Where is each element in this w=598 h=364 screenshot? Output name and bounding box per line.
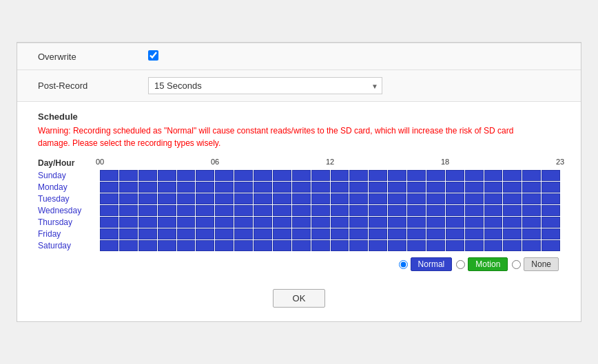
time-cell[interactable] <box>465 193 484 204</box>
time-cell[interactable] <box>215 193 234 204</box>
time-cell[interactable] <box>388 170 406 181</box>
time-cell[interactable] <box>311 217 330 228</box>
time-cell[interactable] <box>311 193 330 204</box>
time-cell[interactable] <box>138 205 157 216</box>
time-cell[interactable] <box>331 217 349 228</box>
time-cell[interactable] <box>196 182 214 193</box>
time-cell[interactable] <box>407 217 426 228</box>
time-cell[interactable] <box>369 217 387 228</box>
time-cell[interactable] <box>100 205 118 216</box>
time-cell[interactable] <box>158 205 176 216</box>
overwrite-checkbox[interactable] <box>148 50 158 61</box>
time-cell[interactable] <box>426 193 445 204</box>
time-cell[interactable] <box>158 217 176 228</box>
time-cell[interactable] <box>138 217 157 228</box>
time-cell[interactable] <box>426 205 445 216</box>
time-cell[interactable] <box>138 228 157 239</box>
time-cell[interactable] <box>119 170 138 181</box>
time-cell[interactable] <box>388 182 406 193</box>
time-cell[interactable] <box>388 240 406 251</box>
time-cell[interactable] <box>196 205 214 216</box>
time-cell[interactable] <box>100 170 118 181</box>
time-cell[interactable] <box>234 182 253 193</box>
time-cell[interactable] <box>522 170 541 181</box>
time-cell[interactable] <box>234 193 253 204</box>
time-cell[interactable] <box>503 240 522 251</box>
none-radio[interactable] <box>512 260 521 269</box>
time-cell[interactable] <box>100 217 118 228</box>
time-cell[interactable] <box>522 182 541 193</box>
time-cell[interactable] <box>484 193 503 204</box>
time-cell[interactable] <box>446 228 464 239</box>
time-cell[interactable] <box>388 228 406 239</box>
time-cell[interactable] <box>331 240 349 251</box>
time-cell[interactable] <box>234 228 253 239</box>
time-cell[interactable] <box>254 217 272 228</box>
time-cell[interactable] <box>119 240 138 251</box>
time-cell[interactable] <box>234 240 253 251</box>
time-cell[interactable] <box>273 217 291 228</box>
time-cell[interactable] <box>388 193 406 204</box>
time-cell[interactable] <box>138 240 157 251</box>
time-cell[interactable] <box>138 170 157 181</box>
time-cell[interactable] <box>542 193 560 204</box>
time-cell[interactable] <box>158 240 176 251</box>
time-cell[interactable] <box>446 217 464 228</box>
time-cell[interactable] <box>331 182 349 193</box>
time-cell[interactable] <box>292 205 311 216</box>
time-cell[interactable] <box>138 193 157 204</box>
ok-button[interactable]: OK <box>273 289 326 308</box>
time-cell[interactable] <box>446 240 464 251</box>
time-cell[interactable] <box>254 228 272 239</box>
time-cell[interactable] <box>465 182 484 193</box>
time-cell[interactable] <box>100 228 118 239</box>
time-cell[interactable] <box>331 228 349 239</box>
time-cell[interactable] <box>349 205 368 216</box>
time-cell[interactable] <box>446 182 464 193</box>
time-cell[interactable] <box>234 170 253 181</box>
time-cell[interactable] <box>542 170 560 181</box>
time-cell[interactable] <box>177 170 196 181</box>
time-cell[interactable] <box>426 170 445 181</box>
time-cell[interactable] <box>254 205 272 216</box>
time-cell[interactable] <box>407 240 426 251</box>
time-cell[interactable] <box>426 240 445 251</box>
time-cell[interactable] <box>215 205 234 216</box>
time-cell[interactable] <box>465 228 484 239</box>
time-cell[interactable] <box>542 205 560 216</box>
time-cell[interactable] <box>196 228 214 239</box>
time-cell[interactable] <box>522 240 541 251</box>
time-cell[interactable] <box>465 217 484 228</box>
time-cell[interactable] <box>465 240 484 251</box>
time-cell[interactable] <box>522 193 541 204</box>
time-cell[interactable] <box>254 182 272 193</box>
time-cell[interactable] <box>234 217 253 228</box>
none-button[interactable]: None <box>524 257 559 271</box>
time-cell[interactable] <box>331 205 349 216</box>
time-cell[interactable] <box>138 182 157 193</box>
time-cell[interactable] <box>273 193 291 204</box>
time-cell[interactable] <box>215 170 234 181</box>
time-cell[interactable] <box>292 228 311 239</box>
time-cell[interactable] <box>215 240 234 251</box>
time-cell[interactable] <box>215 228 234 239</box>
time-cell[interactable] <box>465 205 484 216</box>
time-cell[interactable] <box>349 217 368 228</box>
time-cell[interactable] <box>177 205 196 216</box>
time-cell[interactable] <box>349 193 368 204</box>
time-cell[interactable] <box>503 193 522 204</box>
time-cell[interactable] <box>196 193 214 204</box>
time-cell[interactable] <box>503 170 522 181</box>
time-cell[interactable] <box>503 205 522 216</box>
motion-button[interactable]: Motion <box>468 257 508 271</box>
time-cell[interactable] <box>177 240 196 251</box>
time-cell[interactable] <box>158 193 176 204</box>
time-cell[interactable] <box>311 228 330 239</box>
time-cell[interactable] <box>311 240 330 251</box>
time-cell[interactable] <box>177 182 196 193</box>
time-cell[interactable] <box>542 228 560 239</box>
time-cell[interactable] <box>273 170 291 181</box>
post-record-select[interactable]: 5 Seconds 10 Seconds 15 Seconds 20 Secon… <box>148 77 382 94</box>
time-cell[interactable] <box>119 228 138 239</box>
time-cell[interactable] <box>484 228 503 239</box>
